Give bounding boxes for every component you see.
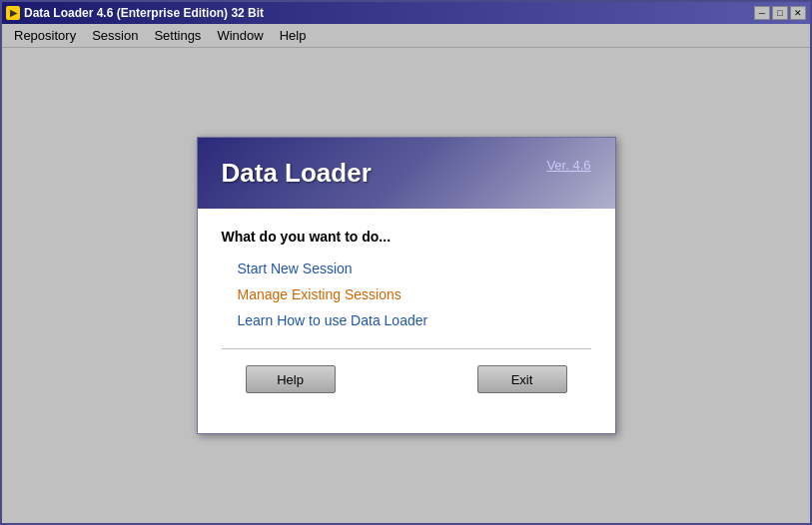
- manage-existing-sessions-link[interactable]: Manage Existing Sessions: [238, 286, 591, 302]
- menu-help[interactable]: Help: [272, 26, 315, 45]
- title-buttons: ─ □ ✕: [754, 6, 806, 20]
- dialog-footer: Help Exit: [222, 365, 591, 413]
- title-bar: ▶ Data Loader 4.6 (Enterprise Edition) 3…: [2, 2, 810, 24]
- dialog-version[interactable]: Ver. 4.6: [546, 158, 590, 173]
- menu-repository[interactable]: Repository: [6, 26, 84, 45]
- dialog-panel: Data Loader Ver. 4.6 What do you want to…: [197, 137, 616, 434]
- dialog-title: Data Loader: [222, 158, 372, 189]
- help-button[interactable]: Help: [246, 365, 336, 393]
- menu-window[interactable]: Window: [209, 26, 271, 45]
- minimize-button[interactable]: ─: [754, 6, 770, 20]
- app-icon: ▶: [6, 6, 20, 20]
- dialog-header: Data Loader Ver. 4.6: [198, 138, 615, 209]
- dialog-body: What do you want to do... Start New Sess…: [198, 209, 615, 433]
- menu-bar: Repository Session Settings Window Help: [2, 24, 810, 48]
- exit-button[interactable]: Exit: [477, 365, 567, 393]
- dialog-subtitle: What do you want to do...: [222, 229, 591, 245]
- close-button[interactable]: ✕: [790, 6, 806, 20]
- maximize-button[interactable]: □: [772, 6, 788, 20]
- main-window: ▶ Data Loader 4.6 (Enterprise Edition) 3…: [0, 0, 812, 525]
- main-area: Data Loader Ver. 4.6 What do you want to…: [2, 48, 810, 523]
- menu-settings[interactable]: Settings: [146, 26, 209, 45]
- start-new-session-link[interactable]: Start New Session: [238, 261, 591, 276]
- dialog-divider: [222, 348, 591, 349]
- window-title: Data Loader 4.6 (Enterprise Edition) 32 …: [24, 6, 264, 20]
- dialog-links: Start New Session Manage Existing Sessio…: [222, 261, 591, 328]
- menu-session[interactable]: Session: [84, 26, 146, 45]
- title-bar-left: ▶ Data Loader 4.6 (Enterprise Edition) 3…: [6, 6, 264, 20]
- learn-how-link[interactable]: Learn How to use Data Loader: [238, 312, 591, 328]
